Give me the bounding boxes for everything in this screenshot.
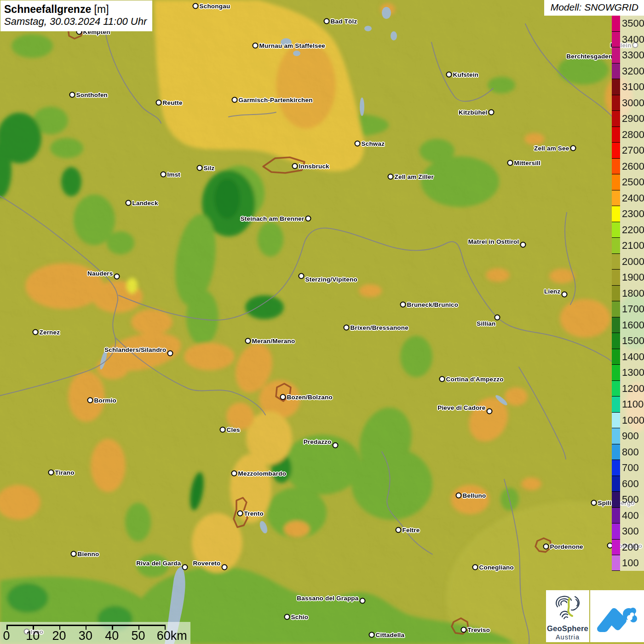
legend-value: 3400 — [622, 34, 644, 45]
city-label: Bienno — [78, 551, 99, 558]
city-label: Belluno — [463, 492, 486, 499]
city-marker: Kitzbühel — [489, 109, 494, 115]
city-marker: Schwaz — [355, 141, 361, 147]
legend-swatch — [612, 206, 620, 222]
legend-value: 3000 — [622, 98, 644, 108]
city-marker: Mezzolombardo — [231, 471, 237, 477]
legend-color-bar — [612, 15, 620, 571]
city-label: Bassano del Grappa — [297, 595, 358, 602]
city-label: Innsbruck — [299, 163, 329, 170]
city-marker: Zell am See — [570, 145, 576, 151]
city-marker: Sonthofen — [69, 92, 75, 98]
legend-swatch — [612, 523, 620, 539]
geosphere-logo-box: GeoSphere Austria — [546, 590, 589, 642]
city-marker: Rovereto — [222, 564, 228, 570]
legend-swatch — [612, 237, 620, 253]
snowgrid-logo-box — [590, 590, 644, 642]
legend-swatch — [612, 285, 620, 301]
city-label: Zell am See — [534, 145, 569, 152]
legend-value: 300 — [622, 526, 639, 536]
legend-value: 900 — [622, 431, 639, 441]
legend-swatch — [612, 174, 620, 190]
city-marker: Trento — [237, 511, 243, 517]
legend-value: 200 — [622, 542, 639, 552]
legend-value: 600 — [622, 479, 639, 489]
city-marker: Pordenone — [543, 544, 549, 550]
legend-value: 2100 — [622, 241, 644, 251]
legend-value: 2200 — [622, 225, 644, 235]
city-label: Garmisch-Partenkirchen — [239, 97, 313, 104]
city-label: Bad Tölz — [331, 18, 357, 25]
legend-value: 1600 — [622, 320, 644, 330]
legend-value: 2900 — [622, 114, 644, 124]
city-label: Brixen/Bressanone — [351, 324, 408, 331]
city-marker: Reutte — [156, 100, 162, 106]
city-label: Steinach am Brenner — [241, 215, 305, 222]
city-marker: Zell am Ziller — [388, 174, 394, 180]
distance-scalebar: 0102030405060km — [0, 622, 190, 644]
city-marker: Feltre — [396, 527, 402, 533]
legend-swatch — [612, 444, 620, 460]
city-label: Bormio — [94, 397, 116, 404]
city-label: Lienz — [544, 288, 561, 295]
legend-value: 100 — [622, 558, 639, 568]
legend-value: 1900 — [622, 272, 644, 282]
city-marker: Cles — [220, 427, 226, 433]
city-label: Meran/Merano — [252, 338, 295, 345]
scalebar-label: 10 — [26, 629, 40, 643]
city-marker: Schlanders/Silandro — [167, 351, 173, 356]
city-label: Sillian — [477, 320, 495, 327]
mountain-cloud-icon — [590, 590, 644, 642]
city-marker: Bormio — [87, 397, 93, 403]
legend-swatch — [612, 142, 620, 158]
legend-swatch — [612, 15, 620, 31]
legend-value: 2600 — [622, 161, 644, 172]
city-label: Trento — [244, 510, 264, 517]
city-marker: Pieve di Cadore — [487, 408, 493, 414]
city-label: Nauders — [87, 270, 113, 277]
city-label: Rovereto — [193, 560, 220, 567]
legend-value: 1000 — [622, 415, 644, 426]
snowfall-limit-map: SchongauBad TölzKemptenMurnau am Staffel… — [0, 0, 644, 644]
legend-swatch — [612, 428, 620, 444]
title-main: Schneefallgrenze — [4, 3, 91, 15]
city-marker: Bienno — [71, 551, 77, 557]
city-marker: Cortina d'Ampezzo — [439, 376, 445, 382]
legend-swatch — [612, 380, 620, 397]
legend-swatch — [612, 269, 620, 285]
legend-swatch — [612, 349, 620, 365]
city-marker: Lienz — [562, 292, 568, 298]
city-marker: Bozen/Bolzano — [280, 394, 286, 400]
legend-value: 2300 — [622, 209, 644, 219]
title-datetime: Samstag, 30.03.2024 11:00 Uhr — [4, 16, 147, 28]
city-marker: Imst — [161, 172, 167, 178]
legend-swatch — [612, 555, 620, 571]
city-label: Pordenone — [550, 543, 583, 550]
legend-swatch — [612, 460, 620, 476]
city-label: Zell am Ziller — [395, 173, 434, 180]
city-marker: Cittadella — [369, 632, 375, 638]
city-label: Treviso — [468, 627, 490, 633]
legend-value: 3100 — [622, 82, 644, 92]
city-marker: Mittersill — [507, 160, 513, 166]
legend-value: 1800 — [622, 288, 644, 299]
city-marker: Silz — [197, 165, 203, 171]
legend-value: 500 — [622, 494, 639, 505]
scalebar-label: 30 — [79, 629, 92, 643]
legend-value: 700 — [622, 463, 639, 473]
city-label: Matrei in Osttirol — [468, 238, 519, 245]
legend-swatch — [612, 539, 620, 555]
legend-swatch — [612, 333, 620, 349]
city-marker: Steinach am Brenner — [305, 216, 311, 222]
city-marker: Conegliano — [472, 564, 478, 570]
legend-value: 1400 — [622, 352, 644, 362]
scalebar-label: 60km — [157, 629, 187, 643]
city-label: Pieve di Cadore — [437, 404, 485, 411]
city-label: Reutte — [163, 99, 183, 106]
city-label: Bozen/Bolzano — [287, 394, 333, 401]
city-marker: Meran/Merano — [245, 338, 251, 344]
city-marker: Nauders — [114, 274, 120, 280]
city-label: Murnau am Staffelsee — [259, 42, 326, 49]
city-label: Predazzo — [304, 438, 332, 445]
city-label: Mittersill — [514, 160, 541, 167]
